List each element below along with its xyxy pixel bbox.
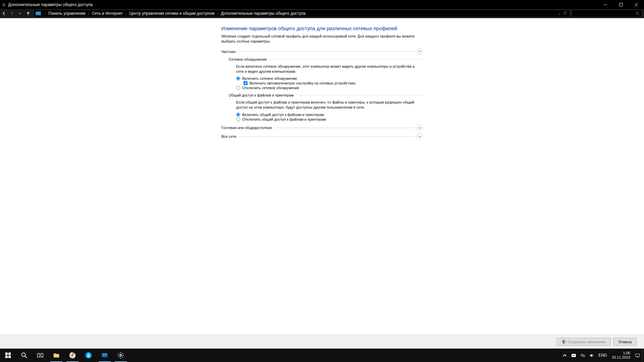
- maximize-button[interactable]: [613, 0, 629, 9]
- checkbox-auto-setup[interactable]: Включить автоматическую настройку на сет…: [244, 81, 423, 85]
- tray-overflow-button[interactable]: [560, 349, 569, 362]
- svg-rect-29: [581, 354, 583, 356]
- taskbar-search-button[interactable]: [16, 349, 32, 362]
- svg-rect-31: [636, 354, 639, 356]
- breadcrumb-item[interactable]: Панель управления: [48, 11, 86, 16]
- nav-forward-button[interactable]: [8, 9, 16, 18]
- subsection-file-sharing: Общий доступ к файлам и принтерам: [229, 93, 423, 97]
- taskbar-control-panel[interactable]: [97, 349, 113, 362]
- close-button[interactable]: [629, 0, 644, 9]
- search-input[interactable]: [572, 10, 642, 17]
- section-label: Гостевая или общедоступная: [221, 126, 272, 130]
- tray-network-icon[interactable]: [578, 349, 587, 362]
- control-panel-icon: [35, 10, 41, 16]
- tray-discord-icon[interactable]: [569, 349, 578, 362]
- breadcrumb-item[interactable]: Сеть и Интернет: [91, 11, 123, 16]
- section-private-header[interactable]: Частная: [221, 49, 423, 55]
- radio-input[interactable]: [236, 117, 240, 121]
- tray-clock[interactable]: 1:05 10.11.2019: [609, 351, 633, 360]
- page-title: Изменение параметров общего доступа для …: [221, 25, 423, 31]
- breadcrumb-item[interactable]: Дополнительные параметры общего доступа: [220, 11, 306, 16]
- option-label: Включить общий доступ к файлам и принтер…: [242, 113, 324, 117]
- svg-rect-22: [102, 353, 108, 357]
- svg-rect-1: [620, 3, 623, 6]
- svg-rect-17: [54, 354, 56, 355]
- chevron-down-icon[interactable]: [417, 133, 423, 139]
- tray-language[interactable]: ENG: [596, 349, 609, 362]
- chevron-up-icon[interactable]: [417, 49, 423, 55]
- svg-point-28: [574, 355, 575, 356]
- section-label: Все сети: [221, 134, 236, 138]
- svg-rect-26: [572, 354, 576, 357]
- breadcrumb-chevron-icon[interactable]: ›: [215, 12, 220, 15]
- checkbox-input[interactable]: [244, 81, 248, 85]
- svg-point-13: [22, 353, 25, 357]
- nav-up-button[interactable]: [24, 9, 32, 18]
- svg-rect-23: [103, 354, 105, 355]
- radio-input[interactable]: [236, 86, 240, 90]
- content-area: Изменение параметров общего доступа для …: [0, 18, 644, 335]
- clock-time: 1:05: [623, 351, 630, 355]
- radio-network-discovery-off[interactable]: Отключить сетевое обнаружение: [236, 86, 423, 90]
- radio-file-sharing-on[interactable]: Включить общий доступ к файлам и принтер…: [236, 113, 423, 117]
- divider: [269, 59, 423, 59]
- taskbar-settings[interactable]: [113, 349, 129, 362]
- footer: Сохранить изменения Отмена: [0, 335, 644, 349]
- radio-input[interactable]: [236, 76, 240, 80]
- radio-input[interactable]: [236, 113, 240, 117]
- svg-rect-5: [36, 12, 38, 13]
- chevron-down-icon[interactable]: [417, 125, 423, 131]
- svg-rect-30: [583, 355, 585, 357]
- search-icon: [636, 11, 640, 15]
- tray-notifications-icon[interactable]: [633, 349, 642, 362]
- radio-file-sharing-off[interactable]: Отключить общий доступ к файлам и принте…: [236, 117, 423, 121]
- nav-back-button[interactable]: [0, 9, 8, 18]
- svg-rect-12: [8, 356, 11, 358]
- page-description: Windows создает отдельный сетевой профил…: [221, 34, 423, 44]
- breadcrumb-chevron-icon[interactable]: ›: [86, 12, 91, 15]
- window-title: Дополнительные параметры общего доступа: [7, 2, 598, 7]
- option-label: Включить автоматическую настройку на сет…: [250, 81, 357, 85]
- taskbar-skype[interactable]: S: [80, 349, 97, 362]
- minimize-button[interactable]: [598, 0, 613, 9]
- svg-rect-16: [41, 354, 43, 357]
- app-icon: ⧉: [0, 2, 7, 7]
- tray-volume-icon[interactable]: [587, 349, 596, 362]
- refresh-icon[interactable]: [563, 11, 567, 16]
- subsection-network-discovery: Сетевое обнаружение: [229, 57, 423, 61]
- section-guest-header[interactable]: Гостевая или общедоступная: [221, 125, 423, 131]
- subsection-description: Если включено сетевое обнаружение, этот …: [236, 64, 423, 74]
- breadcrumb[interactable]: › Панель управления › Сеть и Интернет › …: [34, 10, 570, 17]
- start-button[interactable]: [0, 349, 16, 362]
- svg-point-7: [636, 12, 639, 14]
- svg-point-25: [120, 354, 122, 356]
- svg-rect-10: [8, 353, 11, 355]
- svg-rect-4: [36, 11, 41, 15]
- chevron-down-icon[interactable]: ⌄: [558, 11, 561, 16]
- breadcrumb-chevron-icon[interactable]: ›: [43, 12, 48, 15]
- task-view-button[interactable]: [32, 349, 48, 362]
- svg-line-8: [638, 14, 639, 15]
- option-label: Отключить общий доступ к файлам и принте…: [242, 117, 326, 121]
- subsection-label: Общий доступ к файлам и принтерам: [229, 93, 294, 97]
- option-label: Отключить сетевое обнаружение: [242, 86, 299, 90]
- divider: [274, 128, 415, 128]
- divider: [237, 51, 415, 52]
- svg-text:S: S: [87, 353, 90, 358]
- save-button[interactable]: Сохранить изменения: [557, 338, 611, 346]
- nav-recent-dropdown[interactable]: [16, 9, 24, 18]
- cancel-button[interactable]: Отмена: [613, 338, 637, 346]
- svg-rect-6: [39, 12, 40, 13]
- radio-network-discovery-on[interactable]: Включить сетевое обнаружение: [236, 76, 423, 80]
- button-label: Сохранить изменения: [568, 340, 606, 344]
- section-label: Частная: [221, 50, 235, 54]
- subsection-description: Если общий доступ к файлам и принтерам в…: [236, 100, 423, 110]
- taskbar-chrome[interactable]: [64, 349, 80, 362]
- option-label: Включить сетевое обнаружение: [242, 76, 297, 80]
- show-desktop-button[interactable]: [642, 349, 644, 362]
- taskbar: S ENG 1:05 10.11.2019: [0, 349, 644, 362]
- breadcrumb-item[interactable]: Центр управления сетями и общим доступом: [129, 11, 215, 16]
- section-all-networks-header[interactable]: Все сети: [221, 133, 423, 139]
- taskbar-file-explorer[interactable]: [48, 349, 64, 362]
- breadcrumb-chevron-icon[interactable]: ›: [123, 12, 128, 15]
